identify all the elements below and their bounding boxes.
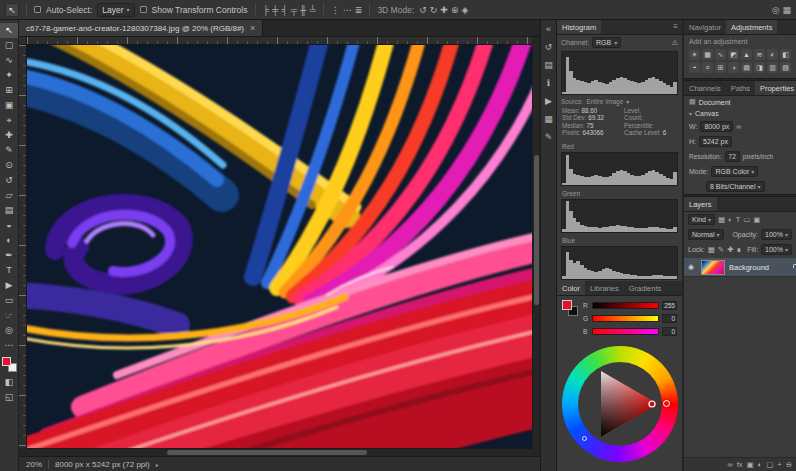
link-layers-icon[interactable]: ∞	[727, 460, 732, 469]
cached-data-warning-icon[interactable]: ⚠	[672, 39, 678, 47]
actions-panel-icon[interactable]: ▶	[545, 95, 552, 107]
align-top-icon[interactable]: ╤	[291, 3, 297, 17]
align-right-icon[interactable]: ╡	[281, 3, 287, 17]
channel-slider[interactable]	[592, 328, 659, 335]
resolution-field[interactable]: 72	[725, 151, 740, 162]
layer-filter-dropdown[interactable]: Kind▾	[688, 214, 715, 225]
color-wheel[interactable]	[562, 346, 678, 462]
black-white-icon[interactable]: ◧	[780, 49, 791, 60]
tab-adjustments[interactable]: Adjustments	[726, 20, 777, 34]
dodge-tool-icon[interactable]: ◐	[0, 233, 18, 248]
zoom-level[interactable]: 20%	[26, 460, 42, 469]
filter-adjustment-layers-icon[interactable]: ◐	[728, 215, 733, 224]
mode-dropdown[interactable]: RGB Color▾	[711, 166, 758, 177]
tab-gradients[interactable]: Gradients	[624, 281, 667, 295]
hand-tool-icon[interactable]: ☞	[0, 308, 18, 323]
healing-brush-tool-icon[interactable]: ✚	[0, 128, 18, 143]
vibrance-icon[interactable]: ▲	[741, 49, 752, 60]
gradient-tool-icon[interactable]: ▤	[0, 203, 18, 218]
new-group-icon[interactable]: ▢	[766, 460, 773, 469]
channel-value[interactable]: 255	[662, 301, 677, 310]
3d-drag-icon[interactable]: ✚	[440, 3, 448, 17]
color-swatches[interactable]	[2, 357, 17, 372]
color-swatches[interactable]	[562, 300, 578, 316]
align-options-icon[interactable]: ≣	[355, 3, 363, 17]
crop-tool-icon[interactable]: ⊞	[0, 83, 18, 98]
layer-row-background[interactable]: ◉ Background	[684, 257, 796, 277]
tab-layers[interactable]: Layers	[684, 197, 717, 211]
screen-mode-icon[interactable]: ◱	[0, 390, 18, 405]
filter-shape-layers-icon[interactable]: ▭	[743, 215, 750, 224]
selective-color-icon[interactable]: ▧	[780, 62, 791, 73]
canvas-section-header[interactable]: ▾ Canvas	[684, 108, 796, 119]
tab-navigator[interactable]: Navigator	[684, 20, 726, 34]
lock-position-icon[interactable]: ✚	[727, 245, 733, 254]
channel-dropdown[interactable]: RGB ▾	[592, 37, 621, 48]
delete-layer-icon[interactable]: ⊖	[786, 460, 792, 469]
tab-channels[interactable]: Channels	[684, 81, 726, 95]
align-bottom-icon[interactable]: ╧	[309, 3, 315, 17]
lock-transparency-icon[interactable]: ▦	[708, 245, 715, 254]
foreground-color-swatch[interactable]	[562, 300, 572, 310]
zoom-tool-icon[interactable]: ◎	[0, 323, 18, 338]
path-selection-tool-icon[interactable]: ▶	[0, 278, 18, 293]
tab-properties[interactable]: Properties	[755, 81, 796, 95]
quick-selection-tool-icon[interactable]: ✦	[0, 68, 18, 83]
swatches-panel-icon[interactable]: ▤	[544, 59, 553, 71]
auto-select-checkbox[interactable]	[34, 6, 41, 13]
type-tool-icon[interactable]: T	[0, 263, 18, 278]
brush-settings-panel-icon[interactable]: ✎	[545, 131, 553, 143]
layer-effects-icon[interactable]: fx	[737, 460, 743, 469]
3d-slide-icon[interactable]: ⊕	[451, 3, 459, 17]
marquee-tool-icon[interactable]: ▢	[0, 38, 18, 53]
lock-pixels-icon[interactable]: ✎	[718, 245, 724, 254]
filter-type-layers-icon[interactable]: T	[736, 215, 741, 224]
quick-mask-icon[interactable]: ◧	[0, 375, 18, 390]
close-icon[interactable]: ×	[250, 23, 255, 33]
exposure-icon[interactable]: ◩	[728, 49, 739, 60]
layer-name[interactable]: Background	[729, 263, 769, 272]
posterize-icon[interactable]: ▤	[741, 62, 752, 73]
threshold-icon[interactable]: ◨	[754, 62, 765, 73]
new-adjustment-layer-icon[interactable]: ◐	[758, 460, 763, 469]
hue-saturation-icon[interactable]: ≋	[754, 49, 765, 60]
libraries-panel-icon[interactable]: ▦	[544, 113, 553, 125]
levels-icon[interactable]: ▦	[702, 49, 713, 60]
bit-depth-dropdown[interactable]: 8 Bits/Channel▾	[706, 181, 765, 192]
tab-color[interactable]: Color	[557, 281, 585, 295]
canvas-image[interactable]	[27, 45, 532, 448]
status-menu-icon[interactable]: ▸	[156, 461, 159, 468]
distribute-vertical-icon[interactable]: ⋮	[331, 3, 340, 17]
channel-value[interactable]: 0	[662, 327, 677, 336]
auto-select-target-dropdown[interactable]: Layer ▾	[97, 3, 134, 17]
add-layer-mask-icon[interactable]: ▣	[747, 460, 754, 469]
filter-smart-objects-icon[interactable]: ▣	[753, 215, 760, 224]
expand-panels-icon[interactable]: «	[546, 23, 551, 35]
saturation-brightness-triangle[interactable]	[578, 362, 662, 446]
height-field[interactable]: 5242 px	[699, 136, 732, 147]
lasso-tool-icon[interactable]: ∿	[0, 53, 18, 68]
pen-tool-icon[interactable]: ✒	[0, 248, 18, 263]
blend-mode-dropdown[interactable]: Normal▾	[688, 229, 724, 240]
fill-field[interactable]: 100%▾	[761, 244, 792, 255]
clone-stamp-tool-icon[interactable]: ⊙	[0, 158, 18, 173]
align-middle-v-icon[interactable]: ╫	[300, 3, 306, 17]
brush-tool-icon[interactable]: ✎	[0, 143, 18, 158]
history-panel-icon[interactable]: ↺	[545, 41, 553, 53]
tab-libraries[interactable]: Libraries	[585, 281, 624, 295]
3d-scale-icon[interactable]: ◈	[461, 3, 468, 17]
history-brush-tool-icon[interactable]: ↺	[0, 173, 18, 188]
source-value[interactable]: Entire Image	[586, 98, 623, 105]
brightness-contrast-icon[interactable]: ☀	[689, 49, 700, 60]
eyedropper-tool-icon[interactable]: ⌖	[0, 113, 18, 128]
align-left-icon[interactable]: ╞	[263, 3, 269, 17]
rectangle-tool-icon[interactable]: ▭	[0, 293, 18, 308]
show-transform-checkbox[interactable]	[140, 6, 147, 13]
photo-filter-icon[interactable]: ◓	[689, 62, 700, 73]
link-dimensions-icon[interactable]: ∞	[736, 123, 741, 130]
channel-slider[interactable]	[592, 302, 659, 309]
opacity-field[interactable]: 100%▾	[761, 229, 792, 240]
channel-slider[interactable]	[592, 315, 659, 322]
layer-visibility-icon[interactable]: ◉	[688, 263, 697, 271]
blur-tool-icon[interactable]: ◒	[0, 218, 18, 233]
